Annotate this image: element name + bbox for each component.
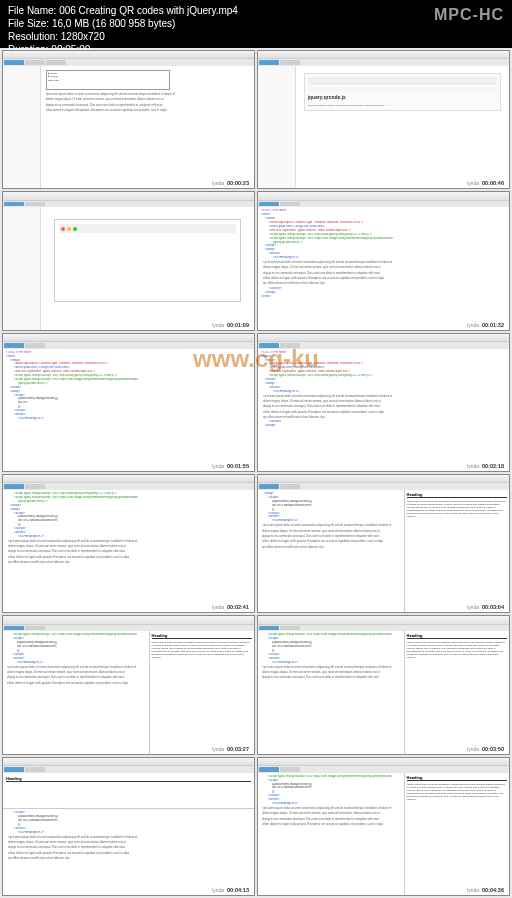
code-editor: <!DOCTYPE html> <html> <head> <meta http…	[3, 349, 254, 471]
thumbnail[interactable]: <script type="text/javascript" src="http…	[2, 615, 255, 754]
thumbnail[interactable]: <!DOCTYPE html> <html> <head> <meta http…	[257, 191, 510, 330]
brand-watermark: lynda	[212, 887, 224, 893]
preview-pane: Heading Lorem ipsum dolor sit amet conse…	[149, 631, 254, 753]
thumbnail[interactable]: <body> <script> $(document).ready(functi…	[257, 474, 510, 613]
brand-watermark: lynda	[467, 887, 479, 893]
code-editor: <script> $(document).ready(function(){ v…	[3, 809, 254, 895]
filesize-label: File Size:	[8, 18, 49, 29]
resolution-label: Resolution:	[8, 31, 58, 42]
brand-watermark: lynda	[212, 322, 224, 328]
thumbnail[interactable]: <script type="text/javascript" src="http…	[257, 615, 510, 754]
preview-pane: Heading	[3, 773, 254, 810]
filesize-value: 16,0 MB (16 800 958 bytes)	[52, 18, 175, 29]
timestamp: 00:04:13	[225, 887, 251, 893]
repo-desc: jquery.qrcode.js is jquery plugin for a …	[308, 104, 497, 107]
timestamp: 00:01:09	[225, 322, 251, 328]
brand-watermark: lynda	[467, 604, 479, 610]
brand-watermark: lynda	[212, 604, 224, 610]
timestamp: 00:02:41	[225, 604, 251, 610]
timestamp: 00:03:27	[225, 746, 251, 752]
thumbnail-grid: ▸ assets▸ imagesindex.html <p>Lorem ipsu…	[0, 48, 512, 898]
code-editor: <script type="text/javascript" src="http…	[258, 631, 404, 753]
brand-watermark: lynda	[212, 463, 224, 469]
timestamp: 00:00:46	[480, 180, 506, 186]
thumbnail[interactable]: jquery.qrcode.js jquery.qrcode.js is jqu…	[257, 50, 510, 189]
repo-title: jquery.qrcode.js	[308, 94, 497, 101]
thumbnail[interactable]: ▸ assets▸ imagesindex.html <p>Lorem ipsu…	[2, 50, 255, 189]
tab-bar	[3, 59, 254, 66]
thumbnail[interactable]: <script type="text/javascript" src="http…	[2, 474, 255, 613]
preview-pane: Heading Lorem ipsum dolor sit amet conse…	[404, 773, 509, 895]
filename-value: 006 Creating QR codes with jQuery.mp4	[59, 5, 238, 16]
timestamp: 00:01:32	[480, 322, 506, 328]
brand-watermark: lynda	[467, 746, 479, 752]
thumbnail[interactable]: <script type="text/javascript" src="http…	[257, 757, 510, 896]
code-editor: <!DOCTYPE html> <html> <head> <meta http…	[258, 207, 509, 329]
timestamp: 00:04:36	[480, 887, 506, 893]
timestamp: 00:02:18	[480, 463, 506, 469]
brand-watermark: lynda	[467, 322, 479, 328]
thumbnail[interactable]: <!DOCTYPE html> <html> <head> <meta http…	[257, 333, 510, 472]
thumbnail[interactable]: Heading <script> $(document).ready(funct…	[2, 757, 255, 896]
preview-heading: Heading	[407, 492, 507, 498]
code-editor: <script type="text/javascript" src="http…	[3, 490, 254, 612]
code-editor: <script type="text/javascript" src="http…	[3, 631, 149, 753]
thumbnail[interactable]: lynda 00:01:09	[2, 191, 255, 330]
github-page: jquery.qrcode.js jquery.qrcode.js is jqu…	[304, 73, 501, 111]
brand-watermark: lynda	[212, 746, 224, 752]
code-editor: <script type="text/javascript" src="http…	[258, 773, 404, 895]
brand-watermark: lynda	[467, 180, 479, 186]
window-chrome	[3, 51, 254, 59]
timestamp: 00:00:23	[225, 180, 251, 186]
timestamp: 00:03:50	[480, 746, 506, 752]
filename-label: File Name:	[8, 5, 56, 16]
resolution-value: 1280x720	[61, 31, 105, 42]
preview-pane: Heading Lorem ipsum dolor sit amet conse…	[404, 631, 509, 753]
file-tree	[3, 66, 41, 188]
timestamp: 00:03:04	[480, 604, 506, 610]
timestamp: 00:01:55	[225, 463, 251, 469]
brand-watermark: lynda	[212, 180, 224, 186]
code-editor: <!DOCTYPE html> <html> <head> <meta http…	[258, 349, 509, 471]
thumbnail[interactable]: <!DOCTYPE html> <html> <head> <meta http…	[2, 333, 255, 472]
player-logo: MPC-HC	[434, 6, 504, 24]
browser-window	[54, 219, 241, 302]
preview-pane: Heading Lorem ipsum dolor sit amet conse…	[404, 490, 509, 612]
preview-text: Lorem ipsum dolor sit amet consectetur a…	[407, 500, 507, 518]
brand-watermark: lynda	[467, 463, 479, 469]
code-editor: <body> <script> $(document).ready(functi…	[258, 490, 404, 612]
editor-content: ▸ assets▸ imagesindex.html <p>Lorem ipsu…	[41, 66, 254, 188]
window-chrome	[258, 51, 509, 59]
info-header: File Name: 006 Creating QR codes with jQ…	[0, 0, 512, 48]
